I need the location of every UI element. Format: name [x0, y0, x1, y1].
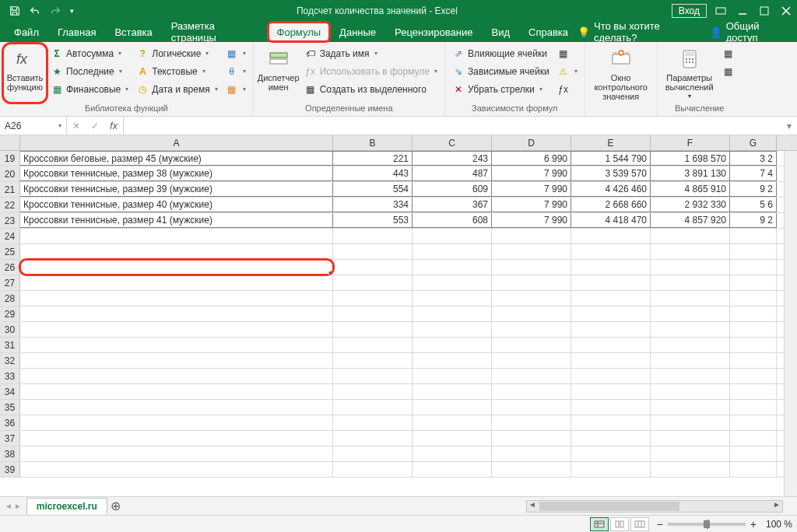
- cell-F37[interactable]: [651, 431, 730, 446]
- cell-D37[interactable]: [492, 431, 571, 446]
- cell-A38[interactable]: [20, 446, 333, 461]
- row-header-30[interactable]: 30: [0, 322, 20, 337]
- cell-E21[interactable]: 4 426 460: [571, 182, 651, 197]
- remove-arrows-button[interactable]: ✕Убрать стрелки▾: [450, 81, 552, 97]
- cell-B25[interactable]: [333, 244, 413, 259]
- row-header-37[interactable]: 37: [0, 431, 20, 446]
- more-fn-button[interactable]: ▦▾: [223, 81, 248, 97]
- cell-G39[interactable]: [730, 462, 777, 477]
- cell-E26[interactable]: [571, 260, 651, 275]
- qat-customize[interactable]: ▾: [67, 2, 76, 19]
- cell-D34[interactable]: [492, 384, 571, 399]
- cell-G34[interactable]: [730, 384, 777, 399]
- cell-G30[interactable]: [730, 322, 777, 337]
- cell-C27[interactable]: [413, 275, 492, 290]
- sheet-nav[interactable]: ◄►: [0, 502, 26, 510]
- cell-F30[interactable]: [651, 322, 730, 337]
- cell-B30[interactable]: [333, 322, 413, 337]
- cell-B35[interactable]: [333, 400, 413, 415]
- cell-D29[interactable]: [492, 306, 571, 321]
- cell-A25[interactable]: [20, 244, 333, 259]
- cell-C39[interactable]: [413, 462, 492, 477]
- cell-E35[interactable]: [571, 400, 651, 415]
- cell-C23[interactable]: 608: [413, 213, 492, 228]
- column-header-A[interactable]: A: [20, 135, 333, 150]
- cell-C30[interactable]: [413, 322, 492, 337]
- row-header-27[interactable]: 27: [0, 275, 20, 290]
- cell-C26[interactable]: [413, 260, 492, 275]
- recent-button[interactable]: ★Последние▾: [48, 63, 131, 79]
- name-box[interactable]: A26▾: [0, 117, 67, 135]
- cell-D36[interactable]: [492, 415, 571, 430]
- column-header-B[interactable]: B: [333, 135, 413, 150]
- horizontal-scrollbar[interactable]: [526, 500, 783, 513]
- cell-E23[interactable]: 4 418 470: [571, 213, 651, 228]
- cell-A26[interactable]: [20, 260, 333, 275]
- cell-E29[interactable]: [571, 306, 651, 321]
- cell-A33[interactable]: [20, 369, 333, 383]
- cell-B24[interactable]: [333, 229, 413, 243]
- cell-C36[interactable]: [413, 415, 492, 430]
- use-in-formula-button[interactable]: ƒxИспользовать в формуле▾: [302, 63, 440, 79]
- cell-G31[interactable]: [730, 338, 777, 352]
- cell-E38[interactable]: [571, 446, 651, 461]
- cell-B19[interactable]: 221: [333, 151, 413, 166]
- cell-A31[interactable]: [20, 338, 333, 352]
- cell-F35[interactable]: [651, 400, 730, 415]
- cell-B31[interactable]: [333, 338, 413, 352]
- cell-C34[interactable]: [413, 384, 492, 399]
- cell-C19[interactable]: 243: [413, 151, 492, 166]
- cell-C38[interactable]: [413, 446, 492, 461]
- calc-sheet-button[interactable]: ▦: [720, 63, 737, 79]
- cell-C33[interactable]: [413, 369, 492, 383]
- cell-G22[interactable]: 5 6: [730, 198, 777, 212]
- cell-B28[interactable]: [333, 291, 413, 306]
- row-header-28[interactable]: 28: [0, 291, 20, 306]
- cell-D32[interactable]: [492, 353, 571, 368]
- cell-A22[interactable]: Кроссовки теннисные, размер 40 (мужские): [20, 198, 333, 212]
- zoom-out-button[interactable]: −: [657, 518, 663, 530]
- cell-D19[interactable]: 6 990: [492, 151, 571, 166]
- expand-formula-bar[interactable]: ▾: [781, 117, 797, 135]
- cell-D24[interactable]: [492, 229, 571, 243]
- tab-формулы[interactable]: Формулы: [268, 22, 331, 42]
- cell-D33[interactable]: [492, 369, 571, 383]
- define-name-button[interactable]: 🏷Задать имя▾: [302, 45, 440, 61]
- cell-B22[interactable]: 334: [333, 198, 413, 212]
- cell-E33[interactable]: [571, 369, 651, 383]
- insert-function-button[interactable]: fx Вставить функцию: [5, 45, 45, 101]
- create-from-selection-button[interactable]: ▦Создать из выделенного: [302, 81, 440, 97]
- cell-F38[interactable]: [651, 446, 730, 461]
- cell-B34[interactable]: [333, 384, 413, 399]
- calc-now-button[interactable]: ▦: [720, 45, 737, 61]
- row-header-39[interactable]: 39: [0, 462, 20, 477]
- undo-button[interactable]: [26, 2, 44, 19]
- enter-formula-button[interactable]: ✓: [86, 121, 104, 131]
- cell-D38[interactable]: [492, 446, 571, 461]
- cell-D30[interactable]: [492, 322, 571, 337]
- cell-B21[interactable]: 554: [333, 182, 413, 197]
- row-header-24[interactable]: 24: [0, 229, 20, 243]
- ribbon-display-icon[interactable]: [713, 3, 729, 19]
- cell-F20[interactable]: 3 891 130: [651, 166, 730, 181]
- cell-B33[interactable]: [333, 369, 413, 383]
- row-header-36[interactable]: 36: [0, 415, 20, 430]
- watch-window-button[interactable]: Окно контрольного значения: [590, 45, 652, 101]
- tab-главная[interactable]: Главная: [48, 22, 105, 42]
- page-break-view-button[interactable]: [630, 517, 649, 531]
- select-all-corner[interactable]: [0, 135, 20, 150]
- add-sheet-button[interactable]: ⊕: [107, 499, 125, 513]
- tab-файл[interactable]: Файл: [5, 22, 48, 42]
- cell-B36[interactable]: [333, 415, 413, 430]
- formula-input[interactable]: [124, 117, 781, 135]
- cell-C24[interactable]: [413, 229, 492, 243]
- save-button[interactable]: [6, 2, 23, 19]
- cell-G36[interactable]: [730, 415, 777, 430]
- autosum-button[interactable]: ΣАвтосумма▾: [48, 45, 131, 61]
- cell-E20[interactable]: 3 539 570: [571, 166, 651, 181]
- cell-E24[interactable]: [571, 229, 651, 243]
- row-header-23[interactable]: 23: [0, 213, 20, 228]
- zoom-in-button[interactable]: +: [750, 518, 757, 530]
- cell-C21[interactable]: 609: [413, 182, 492, 197]
- cell-G32[interactable]: [730, 353, 777, 368]
